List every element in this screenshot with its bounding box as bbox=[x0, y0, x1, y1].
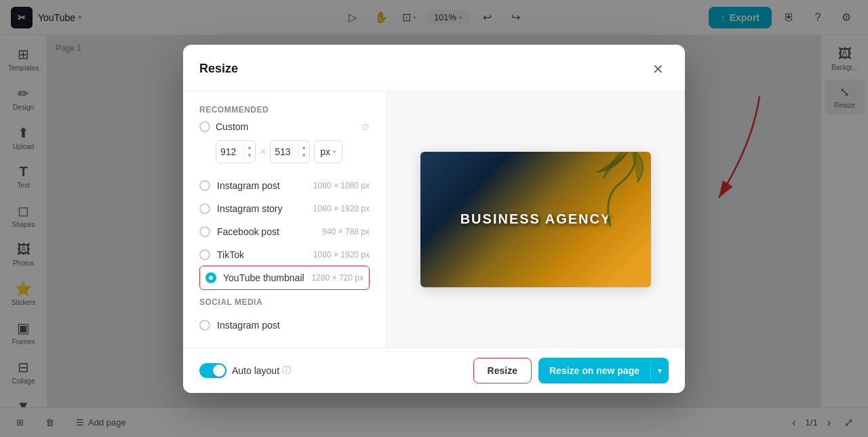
tiktok-label: TikTok bbox=[217, 249, 307, 260]
modal-footer: Auto layout ⓘ Resize Resize on new page … bbox=[183, 348, 685, 393]
modal-close-button[interactable]: ✕ bbox=[647, 58, 669, 80]
preset-instagram-post[interactable]: Instagram post 1080 × 1080 px bbox=[199, 174, 370, 197]
modal-options-panel: Recommended Custom ⊙ 912 ▲ ▼ bbox=[183, 91, 387, 348]
instagram-post-radio[interactable] bbox=[199, 180, 210, 191]
width-input-wrapper: 912 ▲ ▼ bbox=[216, 140, 256, 163]
instagram-post-size: 1080 × 1080 px bbox=[313, 181, 370, 190]
tiktok-radio[interactable] bbox=[199, 249, 210, 260]
height-value: 513 bbox=[271, 146, 298, 157]
youtube-thumbnail-size: 1280 × 720 px bbox=[312, 273, 363, 283]
preview-title: BUSINESS AGENCY bbox=[460, 211, 612, 227]
instagram-story-label: Instagram story bbox=[217, 203, 307, 214]
sm-instagram-post[interactable]: Instagram post bbox=[199, 314, 370, 337]
facebook-post-radio[interactable] bbox=[199, 226, 210, 237]
resize-on-new-page-button[interactable]: Resize on new page bbox=[538, 358, 650, 383]
youtube-thumbnail-label: YouTube thumbnail bbox=[223, 272, 305, 283]
resize-button[interactable]: Resize bbox=[473, 358, 532, 383]
modal-title: Resize bbox=[199, 62, 238, 76]
toggle-thumb bbox=[213, 365, 225, 377]
modal-header: Resize ✕ bbox=[183, 45, 685, 91]
width-value: 912 bbox=[216, 146, 243, 157]
resize-new-page-group: Resize on new page ▾ bbox=[538, 358, 669, 383]
resize-new-page-chevron[interactable]: ▾ bbox=[651, 358, 669, 383]
footer-buttons: Resize Resize on new page ▾ bbox=[473, 358, 669, 383]
youtube-thumbnail-radio[interactable] bbox=[205, 272, 216, 283]
modal-preview-panel: BUSINESS AGENCY bbox=[387, 91, 685, 348]
custom-label: Custom bbox=[216, 121, 356, 132]
unit-value: px bbox=[320, 146, 330, 157]
preview-canvas: BUSINESS AGENCY bbox=[420, 152, 651, 287]
recommended-section-title: Recommended bbox=[199, 105, 370, 115]
preset-tiktok[interactable]: TikTok 1080 × 1920 px bbox=[199, 243, 370, 266]
width-spinners: ▲ ▼ bbox=[243, 144, 255, 159]
facebook-post-label: Facebook post bbox=[217, 226, 315, 237]
preset-instagram-story[interactable]: Instagram story 1080 × 1920 px bbox=[199, 197, 370, 220]
instagram-post-label: Instagram post bbox=[217, 180, 307, 191]
custom-radio[interactable] bbox=[199, 121, 210, 132]
height-input-wrapper: 513 ▲ ▼ bbox=[270, 140, 310, 163]
unit-chevron-icon: ▾ bbox=[333, 148, 336, 155]
sm-instagram-post-label: Instagram post bbox=[217, 320, 363, 331]
auto-layout-toggle[interactable] bbox=[199, 363, 226, 378]
width-down-button[interactable]: ▼ bbox=[244, 152, 255, 160]
width-up-button[interactable]: ▲ bbox=[244, 144, 255, 152]
preview-container: BUSINESS AGENCY bbox=[400, 105, 671, 334]
height-down-button[interactable]: ▼ bbox=[298, 152, 309, 160]
instagram-story-size: 1080 × 1920 px bbox=[313, 204, 370, 213]
height-spinners: ▲ ▼ bbox=[298, 144, 309, 159]
auto-layout-label: Auto layout ⓘ bbox=[232, 365, 291, 377]
link-icon: ⊙ bbox=[361, 121, 370, 132]
unit-select[interactable]: px ▾ bbox=[314, 140, 342, 163]
facebook-post-size: 940 × 788 px bbox=[322, 227, 370, 236]
height-up-button[interactable]: ▲ bbox=[298, 144, 309, 152]
social-media-section: Social media Instagram post bbox=[199, 297, 370, 337]
auto-layout-row: Auto layout ⓘ bbox=[199, 363, 291, 378]
preview-image: BUSINESS AGENCY bbox=[420, 152, 651, 287]
social-media-section-title: Social media bbox=[199, 297, 370, 307]
tiktok-size: 1080 × 1920 px bbox=[313, 250, 370, 259]
modal-body: Recommended Custom ⊙ 912 ▲ ▼ bbox=[183, 91, 685, 348]
resize-modal: Resize ✕ Recommended Custom ⊙ 912 bbox=[183, 45, 685, 393]
info-icon[interactable]: ⓘ bbox=[282, 365, 291, 377]
preset-youtube-thumbnail[interactable]: YouTube thumbnail 1280 × 720 px bbox=[199, 266, 370, 290]
instagram-story-radio[interactable] bbox=[199, 203, 210, 214]
palm-decoration bbox=[590, 152, 644, 226]
preset-facebook-post[interactable]: Facebook post 940 × 788 px bbox=[199, 220, 370, 243]
sm-instagram-post-radio[interactable] bbox=[199, 320, 210, 331]
modal-overlay[interactable]: Resize ✕ Recommended Custom ⊙ 912 bbox=[0, 0, 868, 437]
dimensions-row: 912 ▲ ▼ × 513 ▲ ▼ bbox=[199, 140, 370, 163]
custom-option: Custom ⊙ bbox=[199, 121, 370, 132]
dimension-separator: × bbox=[260, 146, 266, 158]
